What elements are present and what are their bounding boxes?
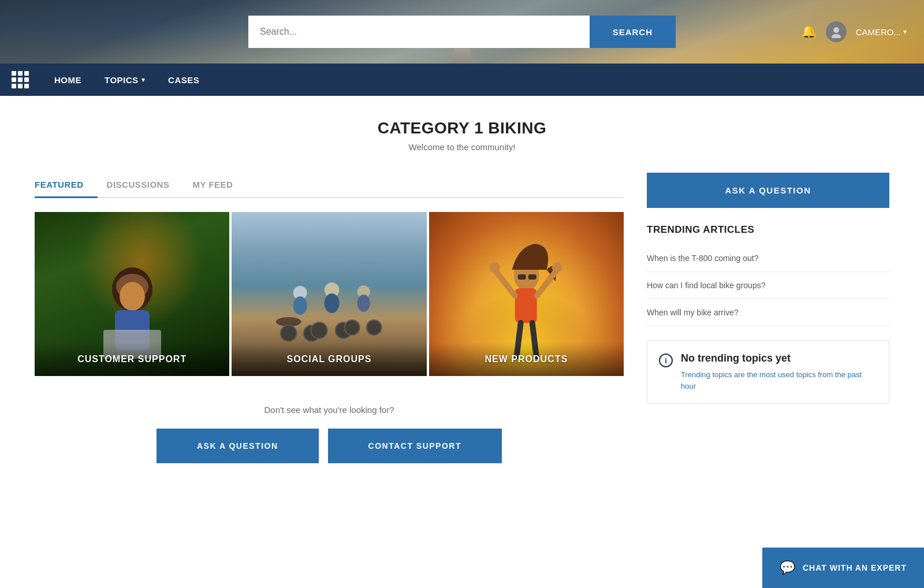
nav-home[interactable]: HOME [43,64,93,96]
bottom-prompt: Don't see what you're looking for? [35,405,624,415]
avatar[interactable] [826,21,847,42]
search-input[interactable] [248,16,590,48]
svg-point-12 [281,325,297,341]
chevron-down-icon: ▾ [903,28,907,36]
main-content: CATEGORY 1 BIKING Welcome to the communi… [0,96,924,504]
svg-point-10 [293,296,307,315]
grid-dot [18,84,23,88]
article-item[interactable]: When will my bike arrive? [647,299,889,326]
svg-rect-29 [517,274,526,280]
svg-point-16 [311,322,327,338]
navbar: HOME TOPICS ▾ CASES [0,64,924,96]
article-link[interactable]: When will my bike arrive? [647,308,739,317]
content-layout: FEATURED DISCUSSIONS MY FEED [35,173,889,481]
bottom-section: Don't see what you're looking for? ASK A… [35,376,624,481]
tabs-bar: FEATURED DISCUSSIONS MY FEED [35,173,624,198]
search-button[interactable]: SEARCH [590,16,676,48]
chevron-down-icon: ▾ [141,76,146,84]
article-item[interactable]: How can I find local bike groups? [647,272,889,299]
svg-point-21 [367,320,382,335]
trending-topics-content: No trending topics yet Trending topics a… [681,352,877,392]
card-label-1: CUSTOMER SUPPORT [46,354,218,364]
hero-banner: SEARCH 🔔 CAMERO... ▾ [0,0,924,64]
card-label-3: NEW PRODUCTS [441,354,612,364]
card-new-products[interactable]: NEW PRODUCTS [429,212,624,376]
svg-point-0 [833,27,839,33]
tab-featured[interactable]: FEATURED [35,173,98,198]
grid-dot [12,84,16,88]
grid-dot [24,84,29,88]
svg-point-20 [345,320,360,335]
svg-rect-24 [515,288,536,323]
grid-dot [24,71,29,76]
trending-desc: Trending topics are the most used topics… [681,369,877,392]
card-social-groups[interactable]: SOCIAL GROUPS [232,212,426,376]
svg-point-19 [357,295,370,312]
nav-cases[interactable]: CASES [157,64,211,96]
no-trending-title: No trending topics yet [681,352,877,364]
svg-point-15 [325,293,340,313]
user-name[interactable]: CAMERO... ▾ [856,27,907,37]
grid-dot [18,71,23,76]
svg-point-1 [832,34,841,38]
svg-point-32 [552,262,562,273]
tab-discussions[interactable]: DISCUSSIONS [107,173,184,197]
card-overlay-1: CUSTOMER SUPPORT [35,343,229,376]
bell-icon[interactable]: 🔔 [801,24,817,39]
svg-point-4 [120,282,145,311]
left-panel: FEATURED DISCUSSIONS MY FEED [35,173,624,481]
card-overlay-2: SOCIAL GROUPS [232,343,426,376]
bottom-buttons: ASK A QUESTION CONTACT SUPPORT [35,429,624,463]
article-link[interactable]: When is the T-800 coming out? [647,254,759,263]
svg-rect-30 [528,274,536,280]
info-icon: i [659,353,673,367]
trending-articles-title: TRENDING ARTICLES [647,224,889,236]
card-customer-support[interactable]: CUSTOMER SUPPORT [35,212,229,376]
grid-dot [18,77,23,82]
tab-my-feed[interactable]: MY FEED [192,173,247,197]
right-panel: ASK A QUESTION TRENDING ARTICLES When is… [647,173,889,404]
grid-dot [12,77,16,82]
article-link[interactable]: How can I find local bike groups? [647,281,765,290]
grid-icon[interactable] [12,71,29,88]
article-item[interactable]: When is the T-800 coming out? [647,245,889,272]
nav-topics[interactable]: TOPICS ▾ [93,64,157,96]
page-subtitle: Welcome to the community! [35,142,889,152]
featured-cards: CUSTOMER SUPPORT [35,212,624,376]
page-title: CATEGORY 1 BIKING [35,119,889,137]
card-overlay-3: NEW PRODUCTS [429,343,624,376]
ask-question-button[interactable]: ASK A QUESTION [647,173,889,208]
bottom-contact-button[interactable]: CONTACT SUPPORT [328,429,502,463]
card-label-2: SOCIAL GROUPS [243,354,415,364]
search-bar: SEARCH [248,16,676,48]
header-right: 🔔 CAMERO... ▾ [801,21,907,42]
grid-dot [24,77,29,82]
trending-topics-box: i No trending topics yet Trending topics… [647,340,889,404]
trending-articles: TRENDING ARTICLES When is the T-800 comi… [647,224,889,326]
grid-dot [12,71,16,76]
bottom-ask-button[interactable]: ASK A QUESTION [157,429,319,463]
svg-point-31 [489,262,500,273]
